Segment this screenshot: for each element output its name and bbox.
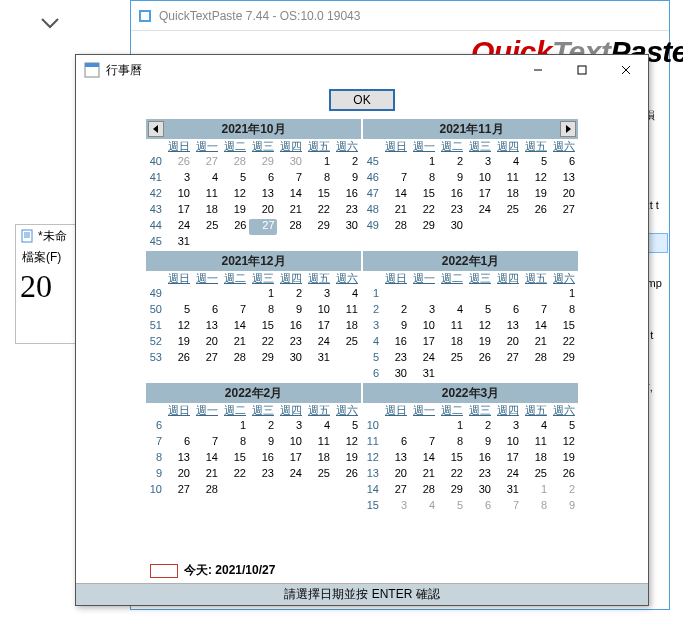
calendar-day[interactable]: 26: [221, 219, 249, 235]
qtp-titlebar[interactable]: QuickTextPaste 7.44 - OS:10.0 19043: [131, 1, 669, 31]
calendar-month-title[interactable]: 2022年2月: [166, 385, 341, 402]
calendar-day[interactable]: 21: [410, 467, 438, 483]
calendar-month-title[interactable]: 2021年10月: [166, 121, 341, 138]
calendar-day[interactable]: 26: [522, 203, 550, 219]
calendar-day[interactable]: 18: [522, 451, 550, 467]
calendar-day[interactable]: 23: [333, 203, 361, 219]
calendar-day[interactable]: 20: [382, 467, 410, 483]
calendar-day[interactable]: 1: [410, 155, 438, 171]
calendar-day[interactable]: 2: [333, 155, 361, 171]
calendar-day[interactable]: 10: [277, 435, 305, 451]
calendar-day[interactable]: 4: [438, 303, 466, 319]
calendar-day[interactable]: 2: [277, 287, 305, 303]
calendar-day[interactable]: 28: [193, 483, 221, 499]
calendar-day[interactable]: 23: [249, 467, 277, 483]
calendar-day[interactable]: 15: [550, 319, 578, 335]
calendar-day[interactable]: 17: [466, 187, 494, 203]
calendar-day[interactable]: 23: [382, 351, 410, 367]
calendar-day[interactable]: 17: [305, 319, 333, 335]
calendar-day[interactable]: 8: [410, 171, 438, 187]
calendar-day[interactable]: 30: [382, 367, 410, 383]
calendar-day[interactable]: 15: [249, 319, 277, 335]
calendar-day[interactable]: 28: [522, 351, 550, 367]
calendar-month-title[interactable]: 2022年1月: [383, 253, 558, 270]
calendar-day[interactable]: 7: [382, 171, 410, 187]
calendar-day[interactable]: 5: [333, 419, 361, 435]
calendar-day[interactable]: 25: [305, 467, 333, 483]
calendar-day[interactable]: 12: [466, 319, 494, 335]
calendar-day[interactable]: 28: [382, 219, 410, 235]
calendar-day[interactable]: 4: [333, 287, 361, 303]
calendar-day[interactable]: 18: [333, 319, 361, 335]
calendar-day[interactable]: 29: [438, 483, 466, 499]
calendar-day[interactable]: 11: [438, 319, 466, 335]
calendar-day[interactable]: 19: [221, 203, 249, 219]
calendar-day[interactable]: 15: [305, 187, 333, 203]
calendar-day[interactable]: 17: [165, 203, 193, 219]
calendar-day[interactable]: 5: [466, 303, 494, 319]
calendar-day[interactable]: 2: [438, 155, 466, 171]
calendar-day[interactable]: 1: [249, 287, 277, 303]
calendar-day[interactable]: 3: [494, 419, 522, 435]
calendar-day[interactable]: 26: [165, 155, 193, 171]
calendar-day[interactable]: 27: [382, 483, 410, 499]
calendar-day[interactable]: 16: [466, 451, 494, 467]
calendar-day[interactable]: 8: [438, 435, 466, 451]
calendar-day[interactable]: 1: [522, 483, 550, 499]
calendar-day[interactable]: 16: [249, 451, 277, 467]
calendar-day[interactable]: 10: [410, 319, 438, 335]
calendar-day[interactable]: 9: [466, 435, 494, 451]
calendar-day[interactable]: 24: [410, 351, 438, 367]
calendar-day[interactable]: 20: [494, 335, 522, 351]
calendar-day[interactable]: 22: [221, 467, 249, 483]
calendar-day[interactable]: 9: [382, 319, 410, 335]
minimize-button[interactable]: [516, 55, 560, 85]
calendar-day[interactable]: 11: [522, 435, 550, 451]
calendar-day[interactable]: 25: [522, 467, 550, 483]
calendar-day[interactable]: 13: [165, 451, 193, 467]
calendar-day[interactable]: 10: [466, 171, 494, 187]
calendar-day[interactable]: 20: [165, 467, 193, 483]
calendar-day[interactable]: 5: [522, 155, 550, 171]
calendar-day[interactable]: 19: [165, 335, 193, 351]
calendar-day[interactable]: 7: [277, 171, 305, 187]
calendar-day[interactable]: 26: [466, 351, 494, 367]
calendar-day[interactable]: 22: [249, 335, 277, 351]
calendar-day[interactable]: 12: [550, 435, 578, 451]
calendar-day[interactable]: 4: [522, 419, 550, 435]
calendar-day[interactable]: 30: [277, 351, 305, 367]
calendar-day[interactable]: 7: [193, 435, 221, 451]
calendar-day[interactable]: 24: [305, 335, 333, 351]
calendar-day[interactable]: 14: [221, 319, 249, 335]
calendar-day[interactable]: 6: [193, 303, 221, 319]
calendar-day[interactable]: 14: [522, 319, 550, 335]
calendar-day[interactable]: 4: [410, 499, 438, 515]
calendar-day[interactable]: 24: [277, 467, 305, 483]
calendar-day[interactable]: 17: [277, 451, 305, 467]
calendar-day[interactable]: 7: [221, 303, 249, 319]
calendar-day[interactable]: 25: [193, 219, 221, 235]
calendar-day[interactable]: 27: [193, 351, 221, 367]
calendar-month-title[interactable]: 2021年11月: [383, 121, 560, 138]
calendar-day[interactable]: 19: [333, 451, 361, 467]
calendar-day[interactable]: 21: [277, 203, 305, 219]
calendar-day[interactable]: 27: [550, 203, 578, 219]
calendar-day[interactable]: 15: [410, 187, 438, 203]
calendar-day[interactable]: 4: [494, 155, 522, 171]
calendar-day[interactable]: 18: [305, 451, 333, 467]
calendar-day[interactable]: 7: [410, 435, 438, 451]
calendar-day[interactable]: 9: [277, 303, 305, 319]
calendar-day[interactable]: 30: [438, 219, 466, 235]
calendar-day[interactable]: 25: [333, 335, 361, 351]
calendar-day[interactable]: 21: [522, 335, 550, 351]
calendar-day[interactable]: 6: [249, 171, 277, 187]
calendar-day[interactable]: 26: [550, 467, 578, 483]
today-row[interactable]: 今天: 2021/10/27: [76, 558, 648, 583]
calendar-day[interactable]: 13: [550, 171, 578, 187]
maximize-button[interactable]: [560, 55, 604, 85]
calendar-day[interactable]: 2: [249, 419, 277, 435]
calendar-day[interactable]: 9: [249, 435, 277, 451]
calendar-day[interactable]: 6: [165, 435, 193, 451]
calendar-day[interactable]: 13: [249, 187, 277, 203]
calendar-day[interactable]: 5: [165, 303, 193, 319]
